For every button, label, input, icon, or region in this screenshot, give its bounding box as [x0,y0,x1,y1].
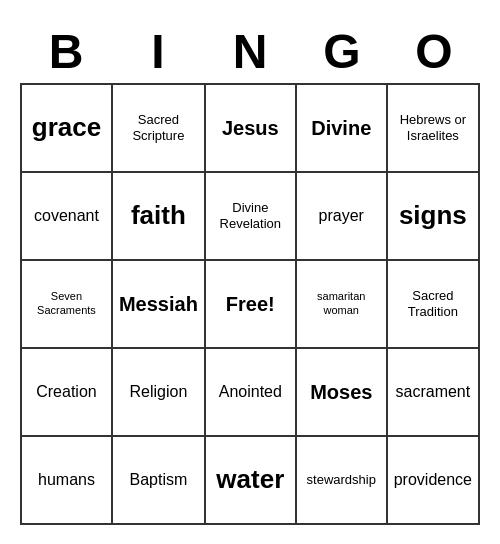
cell-text-r4-c3: stewardship [307,472,376,488]
cell-text-r2-c2: Free! [226,292,275,316]
cell-r3-c0[interactable]: Creation [22,349,113,437]
bingo-grid: graceSacred ScriptureJesusDivineHebrews … [20,83,480,525]
cell-r3-c4[interactable]: sacrament [388,349,480,437]
cell-r1-c2[interactable]: Divine Revelation [206,173,297,261]
cell-text-r4-c2: water [216,464,284,495]
cell-r0-c0[interactable]: grace [22,85,113,173]
cell-r1-c4[interactable]: signs [388,173,480,261]
cell-r0-c1[interactable]: Sacred Scripture [113,85,206,173]
cell-text-r1-c3: prayer [319,206,364,225]
cell-text-r3-c3: Moses [310,380,372,404]
cell-text-r1-c4: signs [399,200,467,231]
cell-text-r3-c1: Religion [129,382,187,401]
cell-r2-c2[interactable]: Free! [206,261,297,349]
cell-r3-c2[interactable]: Anointed [206,349,297,437]
cell-r0-c4[interactable]: Hebrews or Israelites [388,85,480,173]
cell-text-r3-c4: sacrament [396,382,471,401]
cell-text-r4-c0: humans [38,470,95,489]
cell-r0-c3[interactable]: Divine [297,85,388,173]
cell-text-r2-c1: Messiah [119,292,198,316]
cell-r4-c3[interactable]: stewardship [297,437,388,525]
cell-text-r0-c4: Hebrews or Israelites [394,112,472,143]
header-letter-n: N [204,20,296,83]
cell-r2-c4[interactable]: Sacred Tradition [388,261,480,349]
bingo-card: BINGO graceSacred ScriptureJesusDivineHe… [10,10,490,535]
cell-r1-c0[interactable]: covenant [22,173,113,261]
cell-text-r1-c0: covenant [34,206,99,225]
cell-r3-c1[interactable]: Religion [113,349,206,437]
header-letter-o: O [388,20,480,83]
cell-r2-c3[interactable]: samaritan woman [297,261,388,349]
cell-r2-c0[interactable]: Seven Sacraments [22,261,113,349]
cell-text-r0-c2: Jesus [222,116,279,140]
cell-text-r0-c0: grace [32,112,101,143]
cell-r4-c2[interactable]: water [206,437,297,525]
cell-r1-c3[interactable]: prayer [297,173,388,261]
cell-text-r1-c2: Divine Revelation [212,200,289,231]
cell-text-r0-c3: Divine [311,116,371,140]
cell-text-r2-c3: samaritan woman [303,290,380,316]
header-letter-i: I [112,20,204,83]
cell-r3-c3[interactable]: Moses [297,349,388,437]
cell-text-r1-c1: faith [131,200,186,231]
cell-r0-c2[interactable]: Jesus [206,85,297,173]
cell-text-r4-c4: providence [394,470,472,489]
cell-text-r2-c0: Seven Sacraments [28,290,105,316]
cell-text-r3-c0: Creation [36,382,96,401]
header-letter-g: G [296,20,388,83]
header-letter-b: B [20,20,112,83]
cell-r4-c1[interactable]: Baptism [113,437,206,525]
cell-r2-c1[interactable]: Messiah [113,261,206,349]
cell-text-r3-c2: Anointed [219,382,282,401]
cell-r4-c4[interactable]: providence [388,437,480,525]
cell-text-r4-c1: Baptism [129,470,187,489]
cell-text-r2-c4: Sacred Tradition [394,288,472,319]
bingo-header: BINGO [20,20,480,83]
cell-r1-c1[interactable]: faith [113,173,206,261]
cell-r4-c0[interactable]: humans [22,437,113,525]
cell-text-r0-c1: Sacred Scripture [119,112,198,143]
